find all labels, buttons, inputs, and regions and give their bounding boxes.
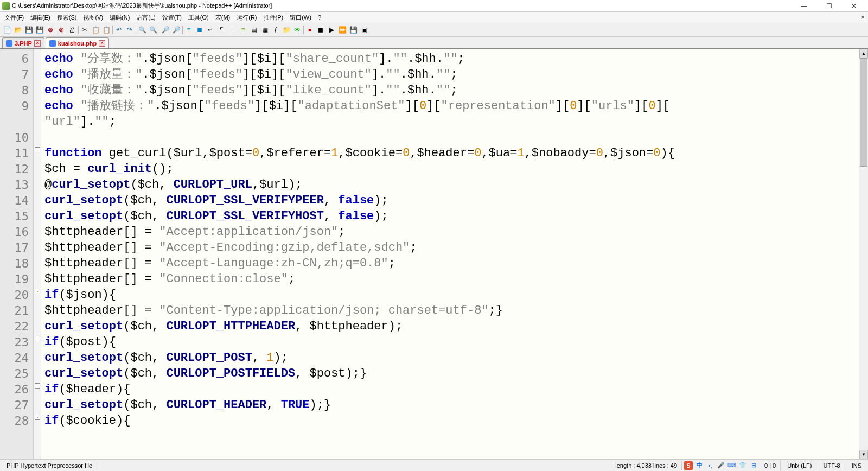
play-multi-icon[interactable]: ⏩ — [337, 25, 347, 35]
wordwrap-icon[interactable]: ↵ — [206, 25, 215, 35]
ime-tray: S 中 •, 🎤 ⌨ 👕 ⊞ — [684, 461, 758, 470]
tab-file-icon — [6, 40, 12, 47]
fold-box-icon[interactable]: - — [35, 289, 40, 294]
close-button[interactable]: ✕ — [846, 1, 861, 11]
app-icon — [2, 2, 10, 10]
scroll-thumb[interactable] — [860, 58, 867, 167]
statusbar: PHP Hypertext Preprocessor file length :… — [0, 459, 868, 471]
record-macro-icon[interactable]: ● — [305, 25, 315, 35]
tab-close-icon[interactable]: × — [34, 40, 41, 47]
menu-search[interactable]: 搜索(S) — [55, 13, 79, 22]
toolbox-icon[interactable]: ⊞ — [749, 461, 758, 470]
status-ins[interactable]: INS — [847, 461, 866, 470]
status-encoding[interactable]: UTF-8 — [819, 461, 845, 470]
menubar-close-icon[interactable]: × — [861, 14, 865, 21]
tab-label: 3.PHP — [15, 40, 32, 47]
show-all-chars-icon[interactable]: ¶ — [216, 25, 226, 35]
print-icon[interactable]: 🖨 — [67, 25, 77, 35]
fold-box-icon[interactable]: - — [35, 383, 40, 389]
menu-run[interactable]: 运行(R) — [234, 13, 259, 22]
skin-icon[interactable]: 👕 — [738, 461, 747, 470]
zoom-in-icon[interactable]: 🔎 — [161, 25, 170, 35]
menubar: 文件(F) 编辑(E) 搜索(S) 视图(V) 编码(N) 语言(L) 设置(T… — [0, 12, 868, 23]
titlebar: C:\Users\Administrator\Desktop\网站源码\2023… — [0, 0, 868, 12]
tabbar: 3.PHP × kuaishou.php × — [0, 37, 868, 49]
menu-settings[interactable]: 设置(T) — [160, 13, 184, 22]
tab-3php[interactable]: 3.PHP × — [2, 37, 44, 48]
function-list-icon[interactable]: ƒ — [271, 25, 280, 35]
scroll-down-icon[interactable]: ▼ — [859, 450, 868, 459]
doc-list-icon[interactable]: ▦ — [260, 25, 270, 35]
sync-h-icon[interactable]: ≣ — [195, 25, 205, 35]
sync-v-icon[interactable]: ≡ — [184, 25, 194, 35]
status-eol[interactable]: Unix (LF) — [783, 461, 816, 470]
find-icon[interactable]: 🔍 — [137, 25, 147, 35]
save-all-icon[interactable]: 💾 — [35, 25, 44, 35]
monitor-icon[interactable]: 👁 — [292, 25, 302, 35]
save-macro-icon[interactable]: 💾 — [348, 25, 358, 35]
indent-guide-icon[interactable]: ⫠ — [227, 25, 237, 35]
fold-box-icon[interactable]: - — [35, 147, 40, 152]
tab-close-icon[interactable]: × — [99, 40, 105, 47]
minimize-button[interactable]: — — [796, 1, 812, 11]
lang-icon[interactable]: ≡ — [238, 25, 248, 35]
mic-icon[interactable]: 🎤 — [717, 461, 725, 470]
zoom-out-icon[interactable]: 🔎 — [171, 25, 181, 35]
menu-view[interactable]: 视图(V) — [81, 13, 105, 22]
menu-macro[interactable]: 宏(M) — [213, 13, 233, 22]
toolbar: 📄 📂 💾 💾 ⊗ ⊗ 🖨 ✂ 📋 📋 ↶ ↷ 🔍 🔍 🔎 🔎 ≡ ≣ ↵ ¶ … — [0, 23, 868, 37]
tab-label: kuaishou.php — [58, 40, 97, 47]
toolbar-misc-icon[interactable]: ▣ — [359, 25, 369, 35]
punct-icon[interactable]: •, — [706, 461, 714, 470]
play-macro-icon[interactable]: ▶ — [327, 25, 336, 35]
code-area[interactable]: echo "分享数：".$json["feeds"][$i]["share_co… — [41, 49, 859, 459]
scroll-up-icon[interactable]: ▲ — [859, 49, 868, 58]
menu-file[interactable]: 文件(F) — [2, 13, 26, 22]
copy-icon[interactable]: 📋 — [91, 25, 100, 35]
cn-icon[interactable]: 中 — [695, 461, 704, 470]
save-icon[interactable]: 💾 — [24, 25, 34, 35]
menu-language[interactable]: 语言(L) — [134, 13, 157, 22]
status-pos: 0 | 0 — [760, 461, 781, 470]
vertical-scrollbar[interactable]: ▲ ▼ — [859, 49, 868, 459]
fold-box-icon[interactable]: - — [35, 415, 40, 420]
menu-edit[interactable]: 编辑(E) — [28, 13, 53, 22]
new-file-icon[interactable]: 📄 — [2, 25, 12, 35]
menu-window[interactable]: 窗口(W) — [288, 13, 314, 22]
folder-icon[interactable]: 📁 — [282, 25, 291, 35]
undo-icon[interactable]: ↶ — [114, 25, 124, 35]
cut-icon[interactable]: ✂ — [80, 25, 90, 35]
line-number-gutter: 6 7 8 9 10 11 12 13 14 15 16 17 18 19 20… — [0, 49, 34, 459]
status-filetype: PHP Hypertext Preprocessor file — [2, 461, 97, 470]
menu-plugins[interactable]: 插件(P) — [261, 13, 286, 22]
doc-map-icon[interactable]: ▤ — [249, 25, 259, 35]
maximize-button[interactable]: ☐ — [821, 1, 837, 11]
close-file-icon[interactable]: ⊗ — [46, 25, 55, 35]
open-file-icon[interactable]: 📂 — [13, 25, 23, 35]
tab-kuaishou[interactable]: kuaishou.php × — [46, 37, 110, 48]
fold-gutter[interactable]: - - - - - — [34, 49, 41, 459]
replace-icon[interactable]: 🔍 — [148, 25, 158, 35]
close-all-icon[interactable]: ⊗ — [56, 25, 66, 35]
window-title: C:\Users\Administrator\Desktop\网站源码\2023… — [12, 2, 796, 10]
tab-file-icon — [49, 40, 56, 47]
sogou-icon[interactable]: S — [684, 461, 693, 470]
fold-box-icon[interactable]: - — [35, 336, 40, 341]
menu-help[interactable]: ? — [316, 14, 323, 21]
redo-icon[interactable]: ↷ — [125, 25, 135, 35]
paste-icon[interactable]: 📋 — [101, 25, 111, 35]
menu-encoding[interactable]: 编码(N) — [107, 13, 132, 22]
status-length: length : 4,033 lines : 49 — [611, 461, 682, 470]
keyboard-icon[interactable]: ⌨ — [727, 461, 736, 470]
stop-macro-icon[interactable]: ◼ — [316, 25, 326, 35]
menu-tools[interactable]: 工具(O) — [186, 13, 211, 22]
editor[interactable]: 6 7 8 9 10 11 12 13 14 15 16 17 18 19 20… — [0, 49, 868, 459]
